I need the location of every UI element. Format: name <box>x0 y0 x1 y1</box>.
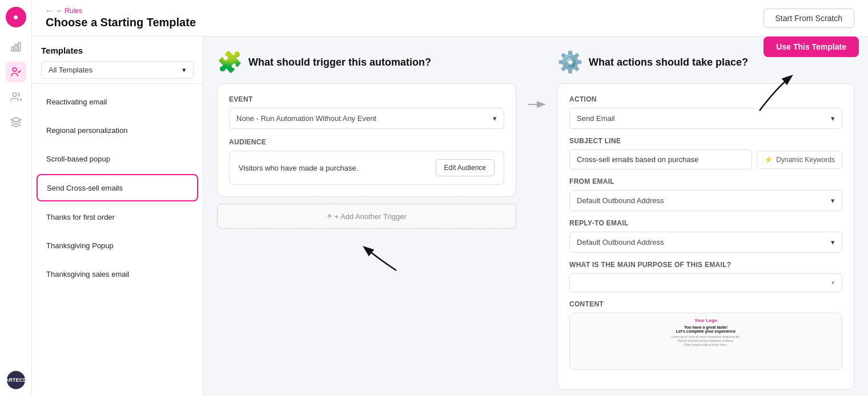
app-logo[interactable]: ● <box>6 7 26 27</box>
use-template-button[interactable]: Use This Template <box>763 37 859 57</box>
from-email-label: From email <box>569 177 842 185</box>
icon-bar: ● ARTEC <box>0 0 32 396</box>
reply-to-value: Default Outbound Address <box>577 238 664 247</box>
plus-icon: + <box>327 211 332 221</box>
event-card: Event None - Run Automation Without Any … <box>217 83 516 197</box>
template-item-crosssell[interactable]: Send Cross-sell emails <box>37 174 198 201</box>
audience-section: Audience Visitors who have made a purcha… <box>229 138 504 185</box>
subject-label: Subject line <box>569 137 842 145</box>
trigger-panel: 🧩 What should trigger this automation? E… <box>217 50 516 382</box>
start-from-scratch-button[interactable]: Start From Scratch <box>763 9 854 28</box>
template-item-thanksgiving-popup[interactable]: Thanksgiving Popup <box>37 232 198 258</box>
template-item-first-order[interactable]: Thanks for first order <box>37 204 198 230</box>
nav-contacts[interactable] <box>6 87 26 107</box>
subject-input[interactable] <box>569 149 752 169</box>
dynamic-keywords-button[interactable]: ⚡ Dynamic Keywords <box>757 151 842 169</box>
body-area: Templates All Templates ▾ Reactivating e… <box>32 37 868 396</box>
preview-body: Lorem ipsum dolor sit amet consectetur a… <box>672 335 740 347</box>
user-avatar[interactable]: ARTECS <box>7 371 25 389</box>
reply-to-field-row: Reply-to email Default Outbound Address … <box>569 219 842 253</box>
svg-rect-0 <box>11 47 13 51</box>
breadcrumb-area: ← ← Rules Choose a Starting Template <box>46 7 196 29</box>
nav-analytics[interactable] <box>6 37 26 57</box>
template-item-name: Thanks for first order <box>46 213 115 221</box>
svg-marker-5 <box>11 118 21 122</box>
templates-sidebar: Templates All Templates ▾ Reactivating e… <box>32 37 203 396</box>
breadcrumb[interactable]: ← ← Rules <box>46 7 196 15</box>
nav-layers[interactable] <box>6 112 26 132</box>
dynamic-keywords-label: Dynamic Keywords <box>776 156 835 164</box>
subject-field-row: Subject line ⚡ Dynamic Keywords <box>569 137 842 169</box>
add-trigger-label: + Add Another Trigger <box>335 212 407 221</box>
template-item-name: Scroll-based popup <box>46 155 110 163</box>
action-panel: ⚙️ What actions should take place? Actio… <box>557 50 854 382</box>
svg-point-4 <box>13 93 17 97</box>
svg-rect-1 <box>15 45 17 51</box>
reply-to-select[interactable]: Default Outbound Address ▾ <box>569 232 842 253</box>
page-title: Choose a Starting Template <box>46 16 196 29</box>
main-content: ← ← Rules Choose a Starting Template Sta… <box>32 0 868 396</box>
preview-headline: You have a great taste! Let's complete y… <box>676 325 736 333</box>
add-trigger-button[interactable]: + + Add Another Trigger <box>217 204 516 229</box>
templates-list: Reactivating email Regional personalizat… <box>32 84 203 396</box>
templates-header: Templates All Templates ▾ <box>32 37 203 84</box>
content-label: Content <box>569 300 842 308</box>
email-preview: Your Logo You have a great taste! Let's … <box>570 313 842 369</box>
template-item-reactivating[interactable]: Reactivating email <box>37 88 198 115</box>
action-title: What actions should take place? <box>589 56 748 68</box>
chevron-down-icon: ▾ <box>831 238 835 247</box>
action-value: Send Email <box>577 114 614 123</box>
content-preview[interactable]: Your Logo You have a great taste! Let's … <box>569 313 842 370</box>
action-select[interactable]: Send Email ▾ <box>569 108 842 129</box>
from-email-value: Default Outbound Address <box>577 196 664 205</box>
chevron-down-icon: ▾ <box>831 196 835 205</box>
breadcrumb-arrow: ← <box>46 7 53 15</box>
trigger-icon: 🧩 <box>217 50 243 74</box>
subject-line-row: ⚡ Dynamic Keywords <box>569 149 842 169</box>
action-field-row: Action Send Email ▾ <box>569 95 842 129</box>
trigger-panel-header: 🧩 What should trigger this automation? <box>217 50 516 74</box>
svg-rect-2 <box>18 43 20 51</box>
template-item-name: Thanksgiving Popup <box>46 241 114 250</box>
editor-area: Use This Template 🧩 <box>203 37 868 396</box>
audience-box: Visitors who have made a purchase. Edit … <box>229 151 504 185</box>
chevron-down-icon: ▾ <box>182 66 186 74</box>
template-item-scroll-popup[interactable]: Scroll-based popup <box>37 146 198 172</box>
breadcrumb-text: ← Rules <box>56 7 82 15</box>
filter-dropdown[interactable]: All Templates ▾ <box>41 61 194 79</box>
templates-title: Templates <box>41 46 194 55</box>
filter-label: All Templates <box>49 66 93 74</box>
audience-label: Audience <box>229 138 504 146</box>
edit-audience-button[interactable]: Edit Audience <box>436 159 495 176</box>
event-label: Event <box>229 95 504 103</box>
template-item-regional[interactable]: Regional personalization <box>37 117 198 143</box>
template-item-name: Reactivating email <box>46 98 107 106</box>
content-field-row: Content Your Logo You have a great taste… <box>569 300 842 370</box>
chevron-down-icon: ▾ <box>831 279 835 286</box>
from-email-select[interactable]: Default Outbound Address ▾ <box>569 190 842 211</box>
reply-to-label: Reply-to email <box>569 219 842 227</box>
action-card: Action Send Email ▾ Subject line <box>557 83 854 390</box>
preview-logo: Your Logo <box>694 318 717 323</box>
nav-rules[interactable] <box>6 62 26 82</box>
purpose-select[interactable]: ▾ <box>569 273 842 292</box>
action-icon: ⚙️ <box>557 50 583 74</box>
template-item-thanksgiving-email[interactable]: Thanksgiving sales email <box>37 261 198 287</box>
template-item-name: Thanksgiving sales email <box>46 270 129 278</box>
template-item-name: Send Cross-sell emails <box>47 184 123 192</box>
purpose-field-row: What is the main purpose of this email? … <box>569 261 842 292</box>
flash-icon: ⚡ <box>764 156 773 164</box>
event-value: None - Run Automation Without Any Event <box>236 114 376 123</box>
from-email-field-row: From email Default Outbound Address ▾ <box>569 177 842 211</box>
template-item-name: Regional personalization <box>46 126 127 135</box>
trigger-title: What should trigger this automation? <box>248 56 431 68</box>
flow-arrow <box>525 50 548 382</box>
audience-text: Visitors who have made a purchase. <box>239 164 358 172</box>
chevron-down-icon: ▾ <box>493 114 497 123</box>
top-header: ← ← Rules Choose a Starting Template Sta… <box>32 0 868 37</box>
chevron-down-icon: ▾ <box>831 114 835 123</box>
svg-point-3 <box>13 68 17 72</box>
event-select[interactable]: None - Run Automation Without Any Event … <box>229 108 504 129</box>
purpose-label: What is the main purpose of this email? <box>569 261 842 269</box>
action-label: Action <box>569 95 842 103</box>
